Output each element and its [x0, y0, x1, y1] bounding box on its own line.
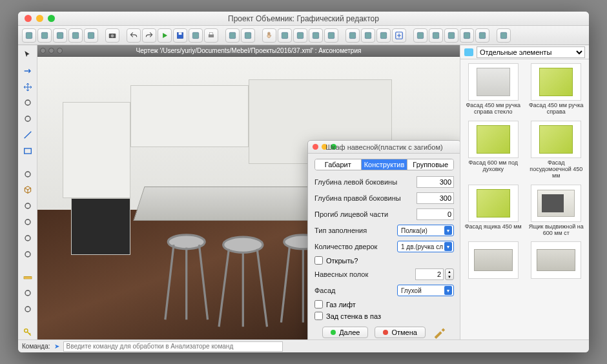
3d-cube-button[interactable] [376, 28, 391, 43]
prompt-icon: ➤ [54, 343, 59, 350]
catalog-item[interactable]: Фасад 600 мм под духовку [463, 119, 524, 181]
app-window: Проект Объемник: Графический редактор Че… [18, 12, 589, 352]
close-icon[interactable] [25, 15, 32, 22]
zoom-icon[interactable] [48, 15, 55, 22]
merge-tool[interactable] [21, 247, 35, 261]
catalog-item[interactable]: Фасад 450 мм ручка справа стекло [463, 62, 524, 117]
grid-button[interactable] [309, 28, 323, 43]
tab-group[interactable]: Групповые [407, 159, 453, 170]
catalog-item[interactable] [463, 240, 524, 281]
step-down-icon[interactable]: ▼ [446, 274, 453, 279]
shelves-stepper[interactable]: ▲▼ [415, 268, 454, 280]
fill-type-select[interactable]: Полка(и)▾ [397, 225, 454, 236]
svg-point-39 [25, 307, 30, 312]
gaslift-label: Газ лифт [326, 301, 356, 308]
catalog-item[interactable]: Фасад 450 мм ручка справа [526, 62, 587, 117]
step-up-icon[interactable]: ▲ [446, 269, 453, 274]
cube-teal-button[interactable] [68, 28, 83, 43]
grid-blue-button[interactable] [413, 28, 427, 43]
disk-button[interactable] [173, 28, 187, 43]
svg-line-30 [24, 132, 31, 139]
status-led-icon [331, 330, 336, 335]
rotate-ccw-button[interactable] [225, 28, 240, 43]
backwall-checkbox[interactable] [314, 312, 323, 320]
dialog-titlebar[interactable]: Шкаф навесной(пластик с загибом) [308, 141, 460, 154]
cube-orange-button[interactable] [53, 28, 67, 43]
frame-tool[interactable] [21, 302, 35, 316]
catalog-item[interactable] [526, 240, 587, 281]
save-button[interactable] [189, 28, 203, 43]
doors-count-select[interactable]: 1 дв.(ручка сл▾ [397, 241, 454, 252]
3d-box-button[interactable] [361, 28, 375, 43]
cube-magenta-button[interactable] [84, 28, 98, 43]
grid2-button[interactable] [429, 28, 443, 43]
pointer-tool[interactable] [21, 48, 35, 62]
facade-select[interactable]: Глухой▾ [397, 285, 454, 296]
right-depth-field[interactable] [417, 192, 454, 204]
cancel-button[interactable]: Отмена [375, 327, 425, 338]
next-button[interactable]: Далее [322, 327, 368, 338]
pipe-tool[interactable] [21, 215, 35, 229]
hand-button[interactable] [262, 28, 276, 43]
catalog-item[interactable]: Ящик выдвижной на 600 мм ст [526, 183, 587, 238]
catalog-category-select[interactable]: Отдельные элементы [477, 46, 585, 58]
snap-button[interactable] [324, 28, 338, 43]
ruler-tool[interactable] [21, 270, 35, 285]
main-toolbar [18, 26, 589, 45]
svg-rect-18 [349, 32, 355, 38]
gaslift-checkbox[interactable] [314, 300, 323, 308]
tab-dimensions[interactable]: Габарит [315, 159, 361, 170]
layers-button[interactable] [345, 28, 360, 43]
dim-tool[interactable] [21, 286, 35, 300]
tree-button[interactable] [444, 28, 458, 43]
dialog-close-icon[interactable] [313, 144, 318, 150]
svg-rect-19 [365, 32, 371, 38]
tab-close-icon[interactable] [40, 48, 46, 54]
arrow-tool[interactable] [21, 64, 35, 78]
titlebar[interactable]: Проект Объемник: Графический редактор [18, 12, 589, 26]
left-depth-field[interactable] [417, 176, 454, 188]
wizard-icon[interactable] [432, 325, 446, 339]
play-button[interactable] [158, 28, 172, 43]
svg-rect-13 [245, 32, 251, 38]
minimize-icon[interactable] [36, 15, 43, 22]
move-tool[interactable] [21, 80, 35, 94]
catalog-item[interactable]: Фасад посудомоечной 450 мм [526, 119, 587, 181]
save2-button[interactable] [497, 28, 511, 43]
spline-tool[interactable] [21, 231, 35, 245]
camera-button[interactable] [105, 28, 119, 43]
plus-box-button[interactable] [392, 28, 406, 43]
print-button[interactable] [204, 28, 218, 43]
rotate-cw-button[interactable] [241, 28, 255, 43]
catalog-item[interactable]: Фасад ящика 450 мм [463, 183, 524, 238]
shelves-field[interactable] [415, 268, 444, 280]
swap2-button[interactable] [475, 28, 489, 43]
dialog-zoom-icon[interactable] [331, 144, 336, 150]
undo-button[interactable] [127, 28, 141, 43]
line-tool[interactable] [21, 128, 35, 142]
viewport[interactable]: Чертеж '/Users/yuriy/Documents/Mebel/Про… [37, 45, 460, 339]
house-tool[interactable] [21, 112, 35, 126]
curve-tool[interactable] [21, 96, 35, 110]
bend-field[interactable] [417, 208, 454, 220]
properties-dialog[interactable]: Шкаф навесной(пластик с загибом) Габарит… [307, 140, 460, 339]
svg-rect-17 [328, 32, 334, 38]
viewport-tab[interactable]: Чертеж '/Users/yuriy/Documents/Mebel/Про… [37, 45, 460, 57]
cube-blue-button[interactable] [22, 28, 36, 43]
cube-tool[interactable] [21, 183, 35, 197]
rect-tool[interactable] [21, 144, 35, 158]
redo-button[interactable] [142, 28, 156, 43]
dialog-minimize-icon[interactable] [322, 144, 327, 150]
dash-tool[interactable] [21, 167, 35, 181]
command-input[interactable] [63, 341, 283, 352]
move-button[interactable] [278, 28, 292, 43]
svg-line-50 [281, 246, 289, 322]
stairs-tool[interactable] [21, 199, 35, 213]
align-button[interactable] [293, 28, 307, 43]
open-checkbox[interactable] [314, 256, 323, 265]
key-tool[interactable] [21, 325, 35, 339]
svg-line-46 [219, 249, 229, 327]
swap-button[interactable] [460, 28, 474, 43]
cube-cyan-button[interactable] [37, 28, 52, 43]
tab-construction[interactable]: Конструктив [361, 159, 407, 170]
